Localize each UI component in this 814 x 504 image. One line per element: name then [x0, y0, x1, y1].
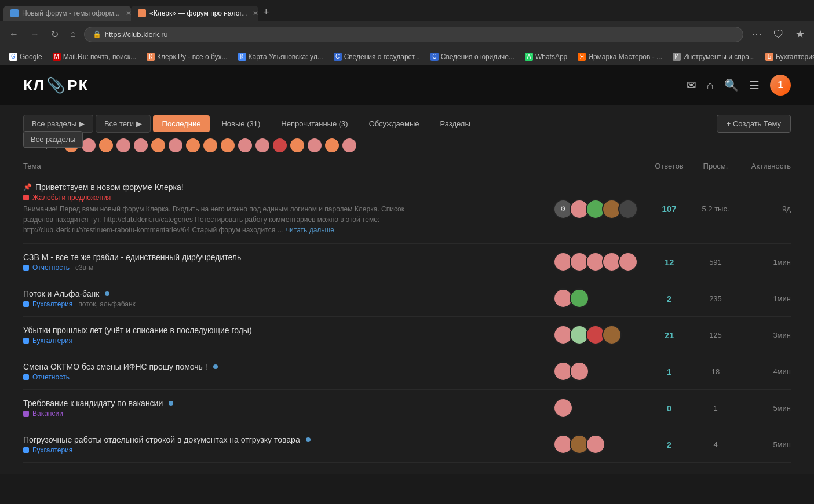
category-label[interactable]: Бухгалтерия: [32, 300, 72, 308]
all-tags-button[interactable]: Все теги ▶: [96, 115, 151, 133]
online-avatar: [82, 138, 96, 152]
topic-avatars: [553, 325, 646, 345]
topic-views: 591: [692, 258, 739, 266]
bookmark-whatsapp[interactable]: W WhatsApp: [520, 52, 572, 62]
online-avatar: [151, 138, 165, 152]
topic-activity: 9д: [739, 204, 791, 213]
topic-title[interactable]: Поток и Альфа-банк: [23, 289, 553, 298]
bookmark-label-buh: Бухгалтерия Онла...: [776, 53, 814, 61]
table-header: Тема Ответов Просм. Активность: [23, 156, 791, 174]
site-logo[interactable]: КЛ📎РК: [23, 76, 89, 94]
topic-tag: поток, альфабанк: [78, 300, 135, 308]
browser-tab-1[interactable]: Новый форум - темы оформ... ✕: [3, 6, 131, 21]
col-header-topic: Тема: [23, 162, 553, 170]
user-avatar[interactable]: 1: [770, 75, 791, 96]
category-label[interactable]: Вакансии: [32, 410, 63, 418]
read-more-link[interactable]: читать дальше: [286, 226, 334, 234]
bookmark-favicon-map: К: [238, 53, 246, 61]
bookmark-google[interactable]: G Google: [5, 52, 47, 62]
bookmark-label-gov: Сведения о государст...: [344, 53, 420, 61]
category-label[interactable]: Бухгалтерия: [32, 446, 72, 454]
bookmark-label-google: Google: [20, 53, 42, 61]
topic-content: Требование к кандидату по вакансии Вакан…: [23, 399, 553, 418]
topic-category: Жалобы и предложения: [23, 193, 553, 202]
topic-views: 4: [692, 440, 739, 449]
topic-title[interactable]: Требование к кандидату по вакансии: [23, 399, 553, 408]
bookmark-label-legal: Сведения о юридиче...: [441, 53, 514, 61]
topic-category: Бухгалтерия: [23, 337, 553, 345]
online-avatar: [308, 138, 322, 152]
tab-sections[interactable]: Разделы: [430, 115, 479, 132]
topic-row: 📌 Приветствуем в новом форуме Клерка! Жа…: [23, 174, 791, 244]
topic-views: 5.2 тыс.: [692, 204, 739, 213]
bookmark-favicon-market: Я: [578, 53, 586, 61]
browser-shield[interactable]: 🛡: [770, 26, 787, 43]
topic-title[interactable]: Погрузочные работы отдельной строкой в д…: [23, 435, 553, 444]
topic-avatars: [553, 434, 646, 454]
topic-activity: 4мин: [739, 367, 791, 376]
bookmark-map[interactable]: К Карта Ульяновска: ул...: [233, 52, 328, 62]
tab-title-2: «Клерк» — форум про налог...: [149, 9, 247, 17]
browser-menu-dots[interactable]: ⋯: [748, 25, 765, 43]
browser-star[interactable]: ★: [792, 25, 808, 43]
category-label[interactable]: Жалобы и предложения: [32, 193, 111, 202]
bookmark-buh[interactable]: Б Бухгалтерия Онла...: [761, 52, 814, 62]
tab-unread[interactable]: Непрочитанные (3): [272, 115, 357, 132]
topic-category: Бухгалтерия поток, альфабанк: [23, 300, 553, 308]
tab-favicon-1: [10, 9, 19, 17]
back-button[interactable]: ←: [6, 27, 22, 42]
topic-category: Отчетность: [23, 373, 553, 381]
online-avatar: [99, 138, 113, 152]
topic-category: Бухгалтерия: [23, 446, 553, 454]
bookmark-legal[interactable]: С Сведения о юридиче...: [426, 52, 519, 62]
bookmark-mail[interactable]: M Mail.Ru: почта, поиск...: [48, 52, 141, 62]
new-tab-button[interactable]: +: [258, 6, 274, 19]
online-bar: Online (17):: [23, 133, 791, 156]
topic-views: 1: [692, 404, 739, 412]
bookmark-gov[interactable]: С Сведения о государст...: [329, 52, 425, 62]
bookmark-tools[interactable]: И Инструменты и спра...: [668, 52, 760, 62]
topic-title[interactable]: Убытки прошлых лет (учёт и списание в по…: [23, 326, 553, 335]
create-topic-button[interactable]: + Создать Тему: [717, 115, 791, 133]
reload-button[interactable]: ↻: [48, 27, 62, 42]
browser-chrome: Новый форум - темы оформ... ✕ «Клерк» — …: [0, 0, 814, 65]
tab-last[interactable]: Последние: [153, 115, 210, 132]
topic-title[interactable]: СЗВ М - все те же грабли - единственный …: [23, 253, 553, 262]
logo-clip: 📎: [46, 76, 66, 94]
header-mail-button[interactable]: ✉: [687, 78, 696, 92]
category-dot: [23, 338, 29, 344]
topic-row: СЗВ М - все те же грабли - единственный …: [23, 244, 791, 280]
bookmark-market[interactable]: Я Ярмарка Мастеров - ...: [573, 52, 667, 62]
tab-new[interactable]: Новые (31): [212, 115, 269, 132]
site-header: КЛ📎РК ✉ ⌂ 🔍 ☰ 1: [0, 65, 814, 105]
category-label[interactable]: Отчетность: [32, 264, 70, 272]
category-label[interactable]: Отчетность: [32, 373, 70, 381]
header-menu-button[interactable]: ☰: [749, 78, 760, 92]
tab-discussed[interactable]: Обсуждаемые: [360, 115, 429, 132]
address-bar[interactable]: 🔒 https://club.klerk.ru: [84, 27, 743, 42]
topic-title[interactable]: Смена ОКТМО без смены ИФНС прошу помочь …: [23, 362, 553, 371]
topic-avatar: [618, 199, 638, 219]
tab-close-1[interactable]: ✕: [126, 9, 131, 17]
header-search-button[interactable]: 🔍: [724, 78, 739, 92]
topic-category: Отчетность с3в-м: [23, 264, 553, 272]
category-label[interactable]: Бухгалтерия: [32, 337, 72, 345]
pin-icon: 📌: [23, 183, 32, 191]
category-dot: [23, 374, 29, 380]
topic-activity: 3мин: [739, 331, 791, 339]
new-dot: [105, 291, 109, 296]
topic-title[interactable]: 📌 Приветствуем в новом форуме Клерка!: [23, 182, 553, 192]
all-sections-button[interactable]: Все разделы ▶: [23, 115, 93, 133]
browser-tabs: Новый форум - темы оформ... ✕ «Клерк» — …: [0, 0, 814, 21]
topic-answers: 2: [646, 294, 692, 304]
bookmark-klerk[interactable]: К Клерк.Ру - все о бух...: [142, 52, 232, 62]
browser-tab-2[interactable]: «Клерк» — форум про налог... ✕: [131, 6, 258, 21]
logo-text-1: КЛ: [23, 76, 45, 94]
header-home-button[interactable]: ⌂: [707, 79, 714, 92]
tab-close-2[interactable]: ✕: [253, 9, 258, 17]
online-avatar: [186, 138, 200, 152]
topic-content: Поток и Альфа-банк Бухгалтерия поток, ал…: [23, 289, 553, 308]
home-button[interactable]: ⌂: [67, 27, 79, 42]
forward-button[interactable]: →: [27, 27, 43, 42]
browser-bookmarks: G Google M Mail.Ru: почта, поиск... К Кл…: [0, 48, 814, 65]
